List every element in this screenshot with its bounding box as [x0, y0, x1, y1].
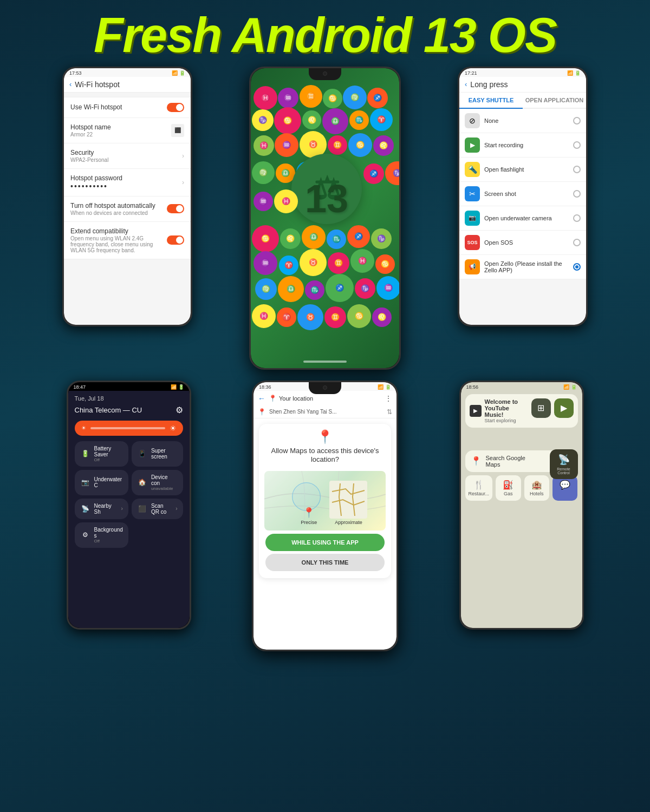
tab-easy-shuttle[interactable]: EASY SHUTTLE — [459, 93, 523, 109]
wifi-auto-label: Turn off hotspot automatically — [70, 202, 167, 209]
yt-sub: Start exploring — [485, 418, 528, 423]
lp-label-camera: Open underwater camera — [484, 215, 569, 221]
lp-item-screenshot[interactable]: ✂ Screen shot — [459, 182, 586, 206]
wifi-use-label: Use Wi-Fi hotspot — [70, 103, 167, 111]
btn-only-once[interactable]: ONLY THIS TIME — [265, 554, 385, 571]
qs-carrier: China Telecom — CU ⚙ — [68, 404, 190, 418]
lp-radio-flashlight[interactable] — [573, 166, 581, 173]
wifi-extend-toggle[interactable] — [167, 235, 184, 245]
gmaps-tile-hotels[interactable]: 🏨 Hotels — [524, 475, 549, 501]
wifi-use-toggle[interactable] — [167, 103, 184, 112]
maps-perm-title: Allow Maps to access this device's locat… — [266, 447, 384, 465]
qs-tile-device[interactable]: 🏠 Device con unavailable — [132, 470, 183, 495]
wifi-row-use[interactable]: Use Wi-Fi hotspot — [64, 97, 191, 118]
background-icon: ⚙ — [80, 529, 91, 540]
maps-perm-header: 📍 Allow Maps to access this device's loc… — [259, 424, 391, 468]
battery-saver-sub: Off — [94, 457, 123, 462]
gmaps-tile-restaurant[interactable]: 🍴 Restaur... — [465, 475, 493, 501]
spacer1 — [461, 431, 582, 447]
lp-radio-camera[interactable] — [573, 214, 581, 222]
lp-radio-record[interactable] — [573, 141, 581, 149]
qr-icon[interactable]: ⬛ — [171, 124, 184, 137]
maps-search-text: Shen Zhen Shi Yang Tai S... — [269, 409, 384, 415]
precise-pin-icon: 📍 — [303, 507, 315, 519]
tab-open-app[interactable]: OPEN APPLICATION — [523, 93, 586, 108]
wifi-row-password[interactable]: Hotspot password •••••••••• › — [64, 169, 191, 197]
wifi-auto-toggle[interactable] — [167, 204, 184, 213]
lp-item-record[interactable]: ▶ Start recording — [459, 133, 586, 158]
lp-back[interactable]: ‹ — [465, 80, 467, 88]
brightness-icon-right: ☀ — [170, 424, 177, 433]
battery-saver-label: Battery Saver — [94, 446, 123, 457]
maps-widget-icon: 📍 — [471, 456, 482, 466]
wifi-row-auto[interactable]: Turn off hotspot automatically When no d… — [64, 197, 191, 222]
lp-radio-zello[interactable] — [573, 263, 581, 271]
lp-label-zello: Open Zello (Please install the Zello APP… — [484, 260, 569, 273]
yt-btn-shuffle[interactable]: ⊞ — [531, 398, 551, 418]
lp-header: ‹ Long press — [459, 77, 586, 93]
qs-tile-underwater[interactable]: 📷 Underwater C — [75, 470, 128, 495]
maps-back[interactable]: ← — [258, 394, 265, 403]
maps-more-icon[interactable]: ⋮ — [385, 394, 392, 403]
lp-label-screenshot: Screen shot — [484, 191, 569, 197]
wifi-section: Use Wi-Fi hotspot Hotspot name Armor 22 … — [64, 97, 191, 259]
wifi-auto-sub: When no devices are connected — [70, 210, 167, 216]
number-13: 13 — [291, 163, 362, 234]
gmaps-tile-gas[interactable]: ⛽ Gas — [496, 475, 521, 501]
svg-rect-1 — [329, 481, 367, 519]
status-icons-qs: 📶🔋 — [171, 384, 184, 390]
qs-tile-battery[interactable]: 🔋 Battery Saver Off — [75, 441, 128, 467]
chat-icon: 💬 — [556, 480, 574, 490]
background-sub: Off — [94, 539, 123, 543]
qs-tile-nearby[interactable]: 📡 Nearby Sh › — [75, 499, 128, 519]
lp-radio-screenshot[interactable] — [573, 190, 581, 198]
phone-maps: 18:36 📶🔋 ← 📍 Your location ⋮ 📍 — [252, 381, 398, 651]
wifi-title: Wi-Fi hotspot — [75, 80, 119, 89]
phone-notch-maps — [309, 382, 341, 394]
lp-icon-none: ⊘ — [465, 113, 480, 128]
gmaps-tile-chat[interactable]: 💬 — [552, 475, 577, 501]
lp-label-none: None — [484, 117, 569, 124]
brightness-bar[interactable] — [90, 427, 165, 429]
phone-ytmusic: 18:56 📶🔋 ▶ Welcome to YouTube Music! Sta… — [409, 381, 634, 630]
yt-btn-play[interactable]: ▶ — [554, 398, 574, 418]
wifi-row-extend[interactable]: Extend compatibility Open menu using WLA… — [64, 222, 191, 259]
lp-icon-record: ▶ — [465, 137, 480, 153]
device-sub: unavailable — [151, 486, 178, 491]
yt-card-text: Welcome to YouTube Music! Start explorin… — [485, 398, 528, 423]
btn-while-using[interactable]: WHILE USING THE APP — [265, 534, 385, 551]
remote-control-widget[interactable]: 📡 Remote Control — [550, 449, 578, 479]
lp-radio-sos[interactable] — [573, 239, 581, 246]
maps-pin-icon: 📍 — [258, 408, 266, 416]
time-qs: 18:47 — [74, 384, 86, 390]
yt-music-card: ▶ Welcome to YouTube Music! Start explor… — [465, 394, 578, 428]
wifi-row-security[interactable]: Security WPA2-Personal › — [64, 143, 191, 169]
underwater-icon: 📷 — [80, 477, 91, 488]
lp-radio-none[interactable] — [573, 117, 581, 125]
qs-brightness[interactable]: ☀ ☀ — [75, 421, 183, 436]
qs-tile-super[interactable]: 📱 Super screen — [132, 441, 183, 467]
gmaps-tiles-row: 🍴 Restaur... ⛽ Gas 🏨 Hotels 💬 — [465, 475, 578, 501]
status-bar-qs: 18:47 📶🔋 — [68, 382, 190, 391]
maps-swap-icon[interactable]: ⇅ — [387, 408, 392, 416]
lp-item-zello[interactable]: 📢 Open Zello (Please install the Zello A… — [459, 255, 586, 279]
phone-wifi: 17:53 📶🔋 ‹ Wi-Fi hotspot Use Wi-Fi hotsp… — [16, 67, 238, 326]
settings-icon[interactable]: ⚙ — [176, 405, 183, 415]
status-icons-yt: 📶🔋 — [563, 384, 577, 390]
phone-notch — [309, 68, 341, 80]
maps-approx-section: Approximate — [329, 481, 367, 525]
approx-map-svg — [329, 481, 367, 519]
lp-label-flashlight: Open flashlight — [484, 166, 569, 173]
lp-item-none[interactable]: ⊘ None — [459, 109, 586, 133]
lp-item-sos[interactable]: SOS Open SOS — [459, 231, 586, 255]
yt-control-buttons: ⊞ ▶ — [531, 398, 574, 418]
gas-label: Gas — [499, 491, 517, 496]
qs-tile-qr[interactable]: ⬛ Scan QR co › — [132, 499, 183, 519]
lp-icon-camera: 📷 — [465, 211, 480, 226]
lp-item-camera[interactable]: 📷 Open underwater camera — [459, 206, 586, 231]
wifi-back[interactable]: ‹ — [69, 80, 72, 88]
qs-grid: 🔋 Battery Saver Off 📱 Super screen � — [68, 438, 190, 551]
wifi-row-name[interactable]: Hotspot name Armor 22 ⬛ — [64, 118, 191, 143]
qs-tile-background[interactable]: ⚙ Background s Off — [75, 522, 128, 548]
lp-item-flashlight[interactable]: 🔦 Open flashlight — [459, 158, 586, 182]
